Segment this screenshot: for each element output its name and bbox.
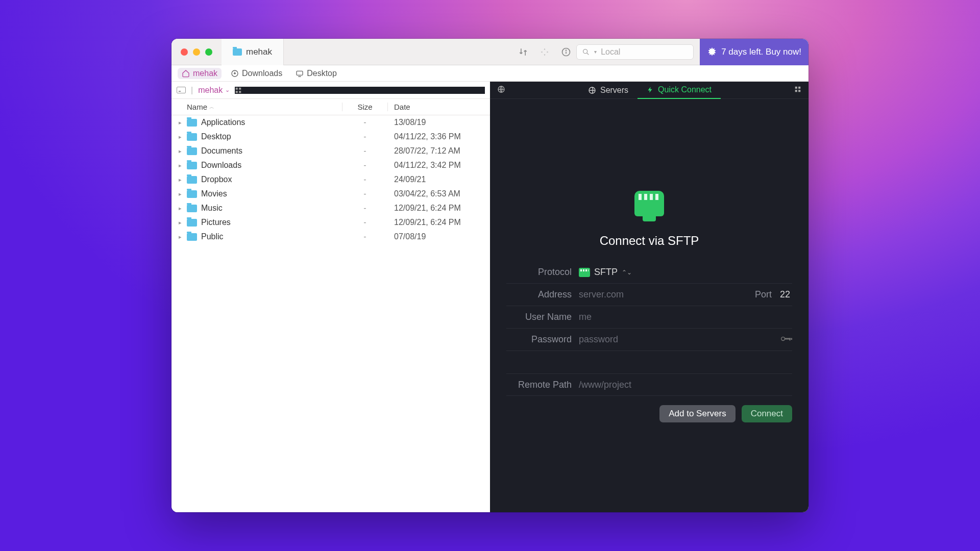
password-input[interactable] [579, 334, 777, 345]
protocol-select[interactable]: SFTP ⌃⌄ [579, 267, 792, 278]
svg-rect-17 [798, 90, 800, 92]
quick-connect-form: Connect via SFTP Protocol SFTP ⌃⌄ Addres… [490, 99, 808, 512]
svg-rect-9 [239, 87, 241, 89]
port-value[interactable]: 22 [780, 289, 792, 300]
bolt-icon [647, 86, 654, 93]
file-name: Public [201, 232, 342, 241]
svg-rect-21 [791, 338, 792, 340]
close-window-button[interactable] [181, 48, 188, 56]
globe-icon[interactable] [494, 85, 508, 95]
file-size: - [342, 189, 388, 198]
file-size: - [342, 118, 388, 127]
tab-quick-connect[interactable]: Quick Connect [638, 82, 721, 99]
quick-connect-title: Connect via SFTP [600, 234, 699, 248]
tab-servers[interactable]: Servers [579, 82, 638, 99]
file-row[interactable]: ▸Dropbox-24/09/21 [172, 172, 490, 187]
svg-point-18 [781, 337, 785, 341]
disclosure-chevron-icon[interactable]: ▸ [179, 191, 185, 197]
toolbar-icons [518, 47, 576, 57]
favorite-desktop[interactable]: Desktop [291, 68, 341, 79]
favorite-label: Desktop [307, 69, 337, 78]
file-size: - [342, 175, 388, 184]
trial-banner[interactable]: 7 days left. Buy now! [700, 39, 808, 65]
column-name[interactable]: Name ︿ [187, 103, 342, 111]
row-address: Address Port 22 [506, 284, 792, 306]
search-field[interactable]: ▾ Local [576, 44, 694, 60]
remote-tab-bar: Servers Quick Connect [490, 82, 808, 99]
file-date: 04/11/22, 3:36 PM [388, 132, 490, 141]
tab-label: mehak [246, 47, 272, 57]
file-row[interactable]: ▸Music-12/09/21, 6:24 PM [172, 201, 490, 215]
trial-text: 7 days left. Buy now! [721, 47, 801, 57]
username-input[interactable] [579, 312, 792, 322]
file-row[interactable]: ▸Desktop-04/11/22, 3:36 PM [172, 130, 490, 144]
view-grid-icon[interactable] [235, 87, 485, 94]
svg-rect-8 [236, 87, 238, 89]
add-to-servers-button[interactable]: Add to Servers [659, 405, 735, 422]
column-size[interactable]: Size [342, 103, 388, 111]
protocol-badge-icon [579, 268, 590, 277]
desktop-icon [296, 69, 304, 78]
row-remote-path: Remote Path [506, 373, 792, 396]
globe-icon [588, 86, 596, 94]
file-row[interactable]: ▸Documents-28/07/22, 7:12 AM [172, 144, 490, 158]
protocol-value: SFTP [594, 267, 618, 278]
disclosure-chevron-icon[interactable]: ▸ [179, 205, 185, 212]
disk-icon[interactable] [177, 87, 186, 93]
grid-icon[interactable] [791, 86, 804, 95]
disclosure-chevron-icon[interactable]: ▸ [179, 177, 185, 183]
remote-panel: Servers Quick Connect Connect via SFTP P… [490, 82, 808, 512]
label-address: Address [506, 289, 572, 300]
file-date: 03/04/22, 6:53 AM [388, 189, 490, 198]
file-date: 24/09/21 [388, 175, 490, 184]
column-date[interactable]: Date [388, 103, 490, 111]
file-date: 12/09/21, 6:24 PM [388, 218, 490, 227]
file-row[interactable]: ▸Movies-03/04/22, 6:53 AM [172, 187, 490, 201]
favorite-downloads[interactable]: Downloads [227, 68, 286, 79]
file-date: 07/08/19 [388, 232, 490, 241]
disclosure-chevron-icon[interactable]: ▸ [179, 134, 185, 140]
file-row[interactable]: ▸Public-07/08/19 [172, 230, 490, 244]
disclosure-chevron-icon[interactable]: ▸ [179, 219, 185, 226]
ethernet-plug-icon [634, 191, 664, 216]
file-name: Music [201, 204, 342, 213]
breadcrumb-separator: | [191, 86, 193, 95]
file-size: - [342, 204, 388, 213]
svg-point-2 [566, 50, 567, 51]
zoom-window-button[interactable] [205, 48, 212, 56]
folder-icon [187, 233, 197, 241]
svg-rect-15 [798, 86, 800, 88]
folder-icon [187, 119, 197, 127]
file-size: - [342, 161, 388, 170]
folder-icon [187, 176, 197, 184]
file-name: Pictures [201, 218, 342, 227]
minimize-window-button[interactable] [193, 48, 200, 56]
breadcrumb-current[interactable]: mehak ⌄ [198, 86, 230, 95]
info-icon[interactable] [561, 47, 571, 57]
disclosure-chevron-icon[interactable]: ▸ [179, 234, 185, 240]
search-icon [582, 48, 590, 56]
file-row[interactable]: ▸Downloads-04/11/22, 3:42 PM [172, 158, 490, 172]
transfer-icon[interactable] [518, 47, 528, 57]
favorite-home[interactable]: mehak [178, 68, 222, 79]
svg-rect-11 [239, 91, 241, 93]
disclosure-chevron-icon[interactable]: ▸ [179, 119, 185, 126]
connect-button[interactable]: Connect [742, 405, 792, 422]
address-input[interactable] [579, 289, 751, 300]
file-name: Applications [201, 118, 342, 127]
label-remote-path: Remote Path [506, 380, 572, 390]
window-tab[interactable]: mehak [222, 39, 284, 65]
file-row[interactable]: ▸Pictures-12/09/21, 6:24 PM [172, 215, 490, 230]
remote-path-input[interactable] [579, 380, 792, 390]
sync-icon[interactable] [540, 47, 550, 57]
file-row[interactable]: ▸Applications-13/08/19 [172, 115, 490, 130]
sort-asc-icon: ︿ [209, 104, 214, 111]
key-icon[interactable] [781, 334, 792, 345]
disclosure-chevron-icon[interactable]: ▸ [179, 162, 185, 169]
file-name: Downloads [201, 161, 342, 170]
folder-icon [233, 48, 242, 56]
svg-rect-6 [297, 71, 303, 75]
disclosure-chevron-icon[interactable]: ▸ [179, 148, 185, 155]
breadcrumb-bar: | mehak ⌄ [172, 82, 490, 99]
folder-icon [187, 162, 197, 169]
